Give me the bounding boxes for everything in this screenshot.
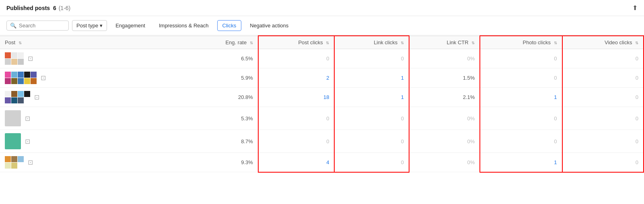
sort-icon-photo-clicks: ⇅ [554,41,557,45]
post-cell: ⊡ [0,68,189,88]
chevron-down-icon: ▾ [100,23,103,29]
table-row: ⊡ 5.9%211.5%00 [0,68,644,88]
video-clicks-cell: 0 [562,68,644,88]
post-cell: ⊡ [0,49,189,68]
link-clicks-cell: 0 [334,130,409,153]
search-input[interactable] [19,23,65,29]
post-clicks-cell: 4 [258,153,335,172]
post-clicks-cell: 0 [258,107,335,130]
post-clicks-cell: 18 [258,88,335,107]
eng-rate-cell: 5.3% [189,107,258,130]
video-clicks-cell: 0 [562,88,644,107]
post-icon: ⊡ [28,55,33,62]
table-row: ⊡ 5.3%000%00 [0,107,644,130]
tab-negative[interactable]: Negative actions [245,20,294,31]
search-box: 🔍 [6,21,69,31]
link-ctr-cell: 2.1% [409,88,480,107]
link-clicks-cell: 0 [334,107,409,130]
tab-clicks[interactable]: Clicks [217,20,242,31]
post-icon: ⊡ [41,74,46,82]
photo-clicks-cell: 0 [480,130,562,153]
col-header-video-clicks[interactable]: Video clicks ⇅ [562,36,644,49]
link-clicks-cell: 0 [334,153,409,172]
table-container: Post ⇅ Eng. rate ⇅ Post clicks ⇅ Link cl… [0,35,644,173]
page-title: Published posts 6 (1-6) [6,5,70,11]
video-clicks-cell: 0 [562,49,644,68]
post-clicks-cell: 2 [258,68,335,88]
eng-rate-cell: 5.9% [189,68,258,88]
table-row: ⊡ 8.7%000%00 [0,130,644,153]
col-header-photo-clicks[interactable]: Photo clicks ⇅ [480,36,562,49]
post-cell: ⊡ [0,153,189,172]
link-clicks-cell: 0 [334,49,409,68]
col-header-eng-rate[interactable]: Eng. rate ⇅ [189,36,258,49]
col-header-post: Post ⇅ [0,36,189,49]
sort-icon-video-clicks: ⇅ [635,41,638,45]
photo-clicks-cell: 0 [480,107,562,130]
post-cell: ⊡ [0,88,189,107]
post-icon: ⊡ [25,115,30,122]
post-type-button[interactable]: Post type ▾ [72,20,107,31]
post-icon: ⊡ [25,138,30,145]
link-ctr-cell: 0% [409,107,480,130]
sort-icon-post: ⇅ [19,41,22,45]
link-ctr-cell: 0% [409,130,480,153]
post-cell: ⊡ [0,130,189,153]
video-clicks-cell: 0 [562,130,644,153]
sort-icon-eng: ⇅ [250,41,253,45]
post-icon: ⊡ [28,159,33,166]
photo-clicks-cell: 0 [480,49,562,68]
col-header-link-ctr[interactable]: Link CTR ⇅ [409,36,480,49]
sort-icon-link-ctr: ⇅ [471,41,475,45]
post-type-label: Post type [76,23,98,29]
tab-impressions[interactable]: Impressions & Reach [154,20,214,31]
video-clicks-cell: 0 [562,107,644,130]
link-ctr-cell: 0% [409,49,480,68]
sort-icon-link-clicks: ⇅ [401,41,404,45]
data-table: Post ⇅ Eng. rate ⇅ Post clicks ⇅ Link cl… [0,35,644,173]
export-button[interactable]: ⬆ [632,4,638,12]
link-clicks-cell: 1 [334,88,409,107]
sort-icon-post-clicks: ⇅ [326,41,329,45]
col-header-link-clicks[interactable]: Link clicks ⇅ [334,36,409,49]
col-header-post-clicks[interactable]: Post clicks ⇅ [258,36,335,49]
link-ctr-cell: 1.5% [409,68,480,88]
post-icon: ⊡ [34,93,39,101]
table-row: ⊡ 20.8%1812.1%10 [0,88,644,107]
tab-engagement[interactable]: Engagement [110,20,150,31]
video-clicks-cell: 0 [562,153,644,172]
table-row: ⊡ 9.3%400%10 [0,153,644,172]
photo-clicks-cell: 0 [480,68,562,88]
link-ctr-cell: 0% [409,153,480,172]
eng-rate-cell: 8.7% [189,130,258,153]
page-header: Published posts 6 (1-6) ⬆ [0,0,644,16]
photo-clicks-cell: 1 [480,153,562,172]
table-row: ⊡ 6.5%000%00 [0,49,644,68]
eng-rate-cell: 20.8% [189,88,258,107]
post-clicks-cell: 0 [258,49,335,68]
search-icon: 🔍 [10,23,16,29]
eng-rate-cell: 9.3% [189,153,258,172]
eng-rate-cell: 6.5% [189,49,258,68]
post-clicks-cell: 0 [258,130,335,153]
photo-clicks-cell: 1 [480,88,562,107]
link-clicks-cell: 1 [334,68,409,88]
toolbar: 🔍 Post type ▾ Engagement Impressions & R… [0,16,644,35]
post-cell: ⊡ [0,107,189,130]
